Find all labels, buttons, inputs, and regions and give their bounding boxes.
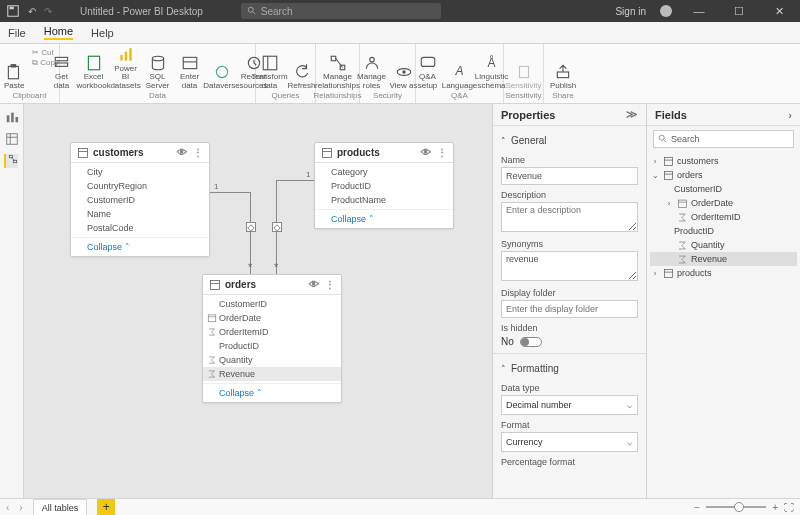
filter-direction-icon[interactable]	[272, 222, 282, 232]
collapse-link[interactable]: Collapse ˄	[315, 209, 453, 228]
visibility-icon[interactable]: 👁	[421, 147, 431, 158]
global-search[interactable]: Search	[241, 3, 441, 19]
field-row[interactable]: City	[71, 165, 209, 179]
sign-in-link[interactable]: Sign in	[615, 6, 646, 17]
dataverse-button[interactable]: Dataverse	[208, 46, 236, 90]
tree-field[interactable]: ›OrderDate	[650, 196, 797, 210]
zoom-slider[interactable]	[706, 506, 766, 508]
tree-table-customers[interactable]: ›customers	[650, 154, 797, 168]
more-icon[interactable]: ⋮	[437, 147, 447, 158]
scroll-right-icon[interactable]: ›	[19, 502, 22, 513]
description-input[interactable]	[501, 202, 638, 232]
sigma-icon	[677, 240, 688, 251]
collapse-link[interactable]: Collapse ˄	[203, 383, 341, 402]
scroll-left-icon[interactable]: ‹	[6, 502, 9, 513]
excel-button[interactable]: Excel workbook	[80, 46, 108, 90]
field-row[interactable]: CountryRegion	[71, 179, 209, 193]
is-hidden-toggle[interactable]: No	[501, 336, 638, 347]
table-card-orders[interactable]: orders👁⋮ CustomerID OrderDate OrderItemI…	[202, 274, 342, 403]
refresh-button[interactable]: Refresh	[288, 46, 316, 90]
calendar-icon	[207, 313, 217, 323]
transform-data-button[interactable]: Transform data	[256, 46, 284, 90]
field-row[interactable]: OrderDate	[203, 311, 341, 325]
field-row[interactable]: CustomerID	[203, 297, 341, 311]
avatar-icon[interactable]	[660, 5, 672, 17]
enter-data-button[interactable]: Enter data	[176, 46, 204, 90]
tree-table-products[interactable]: ›products	[650, 266, 797, 280]
linguistic-schema-button[interactable]: ÅLinguistic schema	[478, 46, 506, 90]
field-row[interactable]: ProductID	[203, 339, 341, 353]
table-card-customers[interactable]: customers👁⋮ City CountryRegion CustomerI…	[70, 142, 210, 257]
model-canvas[interactable]: customers👁⋮ City CountryRegion CustomerI…	[24, 104, 492, 498]
more-icon[interactable]: ⋮	[193, 147, 203, 158]
collapse-pane-icon[interactable]: ≫	[626, 108, 638, 121]
data-type-select[interactable]: Decimal number	[501, 395, 638, 415]
title-bar: ↶ ↷ Untitled - Power BI Desktop Search S…	[0, 0, 800, 22]
toggle-switch-icon[interactable]	[520, 337, 542, 347]
manage-relationships-button[interactable]: Manage relationships	[318, 46, 358, 90]
field-row[interactable]: Name	[71, 207, 209, 221]
field-row[interactable]: Category	[315, 165, 453, 179]
close-button[interactable]: ✕	[766, 5, 792, 18]
name-input[interactable]	[501, 167, 638, 185]
model-view-icon[interactable]	[4, 154, 18, 168]
expand-pane-icon[interactable]: ›	[788, 109, 792, 121]
tree-field-selected[interactable]: Revenue	[650, 252, 797, 266]
sensitivity-button[interactable]: Sensitivity	[510, 46, 538, 90]
relationship-line[interactable]	[276, 180, 314, 181]
report-view-icon[interactable]	[5, 110, 19, 124]
collapse-link[interactable]: Collapse ˄	[71, 237, 209, 256]
tree-table-orders[interactable]: ⌄orders	[650, 168, 797, 182]
maximize-button[interactable]: ☐	[726, 5, 752, 18]
tree-field[interactable]: OrderItemID	[650, 210, 797, 224]
sigma-icon	[207, 355, 217, 365]
minimize-button[interactable]: —	[686, 5, 712, 17]
menu-home[interactable]: Home	[44, 25, 73, 40]
get-data-button[interactable]: Get data	[48, 46, 76, 90]
synonyms-input[interactable]	[501, 251, 638, 281]
tree-field[interactable]: ProductID	[650, 224, 797, 238]
manage-roles-button[interactable]: Manage roles	[358, 46, 386, 90]
visibility-icon[interactable]: 👁	[309, 279, 319, 290]
properties-pane: Properties≫ ˄General Name Description Sy…	[492, 104, 646, 498]
format-select[interactable]: Currency	[501, 432, 638, 452]
data-view-icon[interactable]	[5, 132, 19, 146]
pbi-datasets-button[interactable]: Power BI datasets	[112, 46, 140, 90]
section-general[interactable]: ˄General	[501, 131, 638, 150]
svg-rect-39	[323, 148, 332, 157]
menu-help[interactable]: Help	[91, 27, 114, 39]
field-row[interactable]: ProductName	[315, 193, 453, 207]
fields-search[interactable]: Search	[653, 130, 794, 148]
field-row[interactable]: CustomerID	[71, 193, 209, 207]
publish-button[interactable]: Publish	[549, 46, 577, 90]
add-tab-button[interactable]: +	[97, 499, 115, 515]
zoom-in-button[interactable]: +	[772, 502, 778, 513]
display-folder-input[interactable]	[501, 300, 638, 318]
fit-to-screen-icon[interactable]: ⛶	[784, 502, 794, 513]
section-formatting[interactable]: ˄Formatting	[501, 359, 638, 378]
svg-rect-8	[88, 56, 99, 70]
language-button[interactable]: ALanguage	[446, 46, 474, 90]
field-row[interactable]: ProductID	[315, 179, 453, 193]
field-row[interactable]: PostalCode	[71, 221, 209, 235]
qa-setup-button[interactable]: Q&A setup	[414, 46, 442, 90]
redo-icon[interactable]: ↷	[44, 6, 52, 17]
tree-field[interactable]: Quantity	[650, 238, 797, 252]
field-row-selected[interactable]: Revenue	[203, 367, 341, 381]
visibility-icon[interactable]: 👁	[177, 147, 187, 158]
filter-direction-icon[interactable]	[246, 222, 256, 232]
field-row[interactable]: OrderItemID	[203, 325, 341, 339]
save-icon[interactable]	[6, 4, 20, 18]
table-card-products[interactable]: products👁⋮ Category ProductID ProductNam…	[314, 142, 454, 229]
more-icon[interactable]: ⋮	[325, 279, 335, 290]
zoom-out-button[interactable]: −	[694, 502, 700, 513]
tree-field[interactable]: CustomerID	[650, 182, 797, 196]
paste-button[interactable]: Paste	[0, 46, 28, 90]
sql-server-button[interactable]: SQL Server	[144, 46, 172, 90]
undo-icon[interactable]: ↶	[28, 6, 36, 17]
diagram-tab[interactable]: All tables	[33, 499, 88, 515]
svg-rect-47	[664, 157, 672, 165]
relationship-line[interactable]	[210, 192, 250, 193]
field-row[interactable]: Quantity	[203, 353, 341, 367]
menu-file[interactable]: File	[8, 27, 26, 39]
